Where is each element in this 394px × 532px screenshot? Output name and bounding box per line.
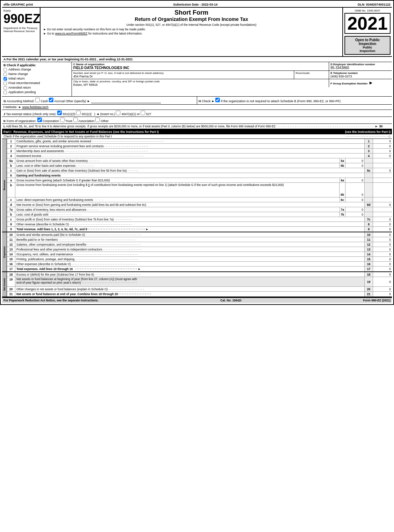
part1-header: Part I Revenue, Expenses, and Changes in… bbox=[2, 129, 392, 134]
notice2: ► Go to www.irs.gov/Form990EZ for instru… bbox=[43, 32, 340, 35]
footer-paperwork: For Paperwork Reduction Act Notice, see … bbox=[3, 299, 98, 302]
city: Essex, MT 59916 bbox=[73, 83, 327, 87]
row-5a: 5a Gross amount from sale of assets othe… bbox=[7, 158, 392, 163]
checkbox-name-change[interactable]: Name change bbox=[3, 72, 70, 76]
schedule-o-check-row: Check if the organization used Schedule … bbox=[2, 134, 392, 139]
checkbox-addr-change[interactable]: Address change bbox=[3, 68, 70, 72]
revenue-sidebar: Revenue bbox=[3, 180, 6, 190]
row-5b: b Less: cost or other basis and sales ex… bbox=[7, 163, 392, 168]
phone: (406) 830-0373 bbox=[330, 75, 391, 78]
row-15: 15 Printing, publications, postage, and … bbox=[7, 257, 392, 262]
subtitle: Under section 501(c), 527, or 4947(a)(1)… bbox=[43, 23, 340, 27]
tax-status-row: J Tax-exempt status (check only one): 50… bbox=[2, 110, 392, 117]
d-label: D Employer identification number bbox=[330, 63, 391, 66]
row-16: 16 Other expenses (describe in Schedule … bbox=[7, 262, 392, 267]
h-label: H bbox=[199, 99, 201, 103]
row-19: 19 Net assets or fund balances at beginn… bbox=[7, 277, 392, 287]
corp-checkbox[interactable] bbox=[37, 118, 42, 122]
row-10: 10 Grants and similar amounts paid (list… bbox=[7, 232, 392, 237]
checkbox-amended[interactable]: Amended return bbox=[3, 86, 70, 90]
org-name: FIELD DATA TECHNOLOGIES INC bbox=[73, 66, 327, 70]
row-7c: c Gross profit or (loss) from sales of i… bbox=[7, 217, 392, 222]
row-12: 12 Salaries, other compensation, and emp… bbox=[7, 242, 392, 247]
row-1: 1 Contributions, gifts, grants, and simi… bbox=[7, 139, 392, 144]
row-5c: c Gain or (loss) from sale of assets oth… bbox=[7, 168, 392, 173]
net-assets-sidebar: Net Assets bbox=[3, 278, 6, 291]
assoc-checkbox[interactable] bbox=[73, 118, 78, 122]
checkbox-final-return[interactable]: Final return/terminated bbox=[3, 81, 70, 85]
city-label: City or town, state or province, country… bbox=[73, 80, 327, 83]
4947-checkbox[interactable] bbox=[116, 111, 120, 115]
row-8: 8 Other revenue (describe in Schedule O)… bbox=[7, 222, 392, 227]
gross-receipts-row: L Add lines 5b, 6c, and 7b to line 9 to … bbox=[2, 124, 392, 129]
notice1: ► Do not enter social security numbers o… bbox=[43, 28, 340, 31]
year: 2021 bbox=[344, 13, 391, 34]
f-label: F Group Exemption Number ► bbox=[330, 80, 391, 85]
form-org-row: K Form of organization: Corporation Trus… bbox=[2, 117, 392, 124]
row-17: 17 Total expenses. Add lines 10 through … bbox=[7, 267, 392, 271]
section-a: A For the 2021 calendar year, or tax yea… bbox=[2, 57, 392, 62]
open-inspection: Open to Public Inspection Public Inspect… bbox=[344, 36, 391, 55]
row-6d: d Net income or (loss) from gaming and f… bbox=[7, 202, 392, 207]
row-14: 14 Occupancy, rent, utilities, and maint… bbox=[7, 252, 392, 257]
checkbox-app-pending[interactable]: Application pending bbox=[3, 90, 70, 94]
dept-label: Department of the Treasury Internal Reve… bbox=[3, 27, 38, 33]
row-18: 18 Excess or (deficit) for the year (Sub… bbox=[7, 272, 392, 277]
h-checkbox[interactable] bbox=[215, 98, 220, 102]
website-url: www.fielddata.tech bbox=[22, 105, 49, 109]
row-6-header: 6 Gaming and fundraising events bbox=[7, 173, 392, 178]
form-number: 990EZ bbox=[3, 13, 38, 25]
row-21: 21 Net assets or fund balances at end of… bbox=[7, 292, 392, 297]
dln: DLN: 93492074001122 bbox=[358, 3, 391, 6]
h-text: Check ► if the organization is not requi… bbox=[202, 99, 341, 103]
row-11: 11 Benefits paid to or for members · · ·… bbox=[7, 237, 392, 242]
website-row: I Website: ► www.fielddata.tech bbox=[2, 105, 392, 110]
501c3-checkbox[interactable] bbox=[57, 111, 62, 115]
other-org-checkbox[interactable] bbox=[95, 118, 100, 122]
g-text: Accounting Method: bbox=[7, 99, 35, 103]
short-form-title: Short Form bbox=[43, 9, 340, 16]
row-7b: b Less: cost of goods sold · · · · · · ·… bbox=[7, 212, 392, 217]
g-label: G bbox=[3, 99, 6, 103]
row-13: 13 Professional fees and other payments … bbox=[7, 247, 392, 252]
submission-date: Submission Date - 2022-03-14 bbox=[173, 3, 217, 6]
row-6c: c Less: direct expenses from gaming and … bbox=[7, 197, 392, 202]
row-2: 2 Program service revenue including gove… bbox=[7, 144, 392, 149]
omb-text: OMB No. 1545-0047 bbox=[344, 9, 391, 12]
row-9: 9 Total revenue. Add lines 1, 2, 3, 4, 5… bbox=[7, 227, 392, 232]
row-3: 3 Membership dues and assessments · · · … bbox=[7, 149, 392, 153]
row-7a: 7a Gross sales of inventory, less return… bbox=[7, 207, 392, 212]
page: efile GRAPHIC print Submission Date - 20… bbox=[0, 0, 394, 305]
accrual-checkbox[interactable] bbox=[49, 98, 53, 102]
expenses-sidebar: Expenses bbox=[3, 246, 6, 258]
footer-form-ref: Form 990-EZ (2021) bbox=[363, 299, 391, 302]
row-6b: b Gross income from fundraising events (… bbox=[7, 183, 392, 197]
checkbox-initial-return[interactable]: Initial return bbox=[3, 77, 70, 81]
trust-checkbox[interactable] bbox=[60, 118, 65, 122]
footer: For Paperwork Reduction Act Notice, see … bbox=[2, 297, 392, 303]
gross-receipts-value: $0 bbox=[379, 125, 382, 128]
footer-cat: Cat. No. 10642I bbox=[220, 299, 241, 302]
efile-label: efile GRAPHIC print bbox=[3, 3, 33, 6]
row-6a: a Gross income from gaming (attach Sched… bbox=[7, 178, 392, 183]
row-4: 4 Investment income · · · · · · · · · · … bbox=[7, 153, 392, 158]
section-b-label: B Check if applicable: bbox=[3, 63, 70, 67]
row-20: 20 Other changes in net assets or fund b… bbox=[7, 287, 392, 292]
c-label: C Name of organization bbox=[73, 63, 327, 66]
room-label: Room/suite bbox=[296, 72, 327, 75]
e-label: E Telephone number bbox=[330, 72, 391, 75]
ein: 85-3343860 bbox=[330, 66, 391, 70]
address-label: Number and street (or P. O. box, if mail… bbox=[73, 72, 292, 75]
address: 454 Parma Dr bbox=[73, 75, 292, 78]
501c-checkbox[interactable] bbox=[76, 111, 81, 115]
return-title: Return of Organization Exempt From Incom… bbox=[43, 16, 340, 22]
cash-checkbox[interactable] bbox=[35, 98, 40, 102]
527-checkbox[interactable] bbox=[141, 111, 145, 115]
